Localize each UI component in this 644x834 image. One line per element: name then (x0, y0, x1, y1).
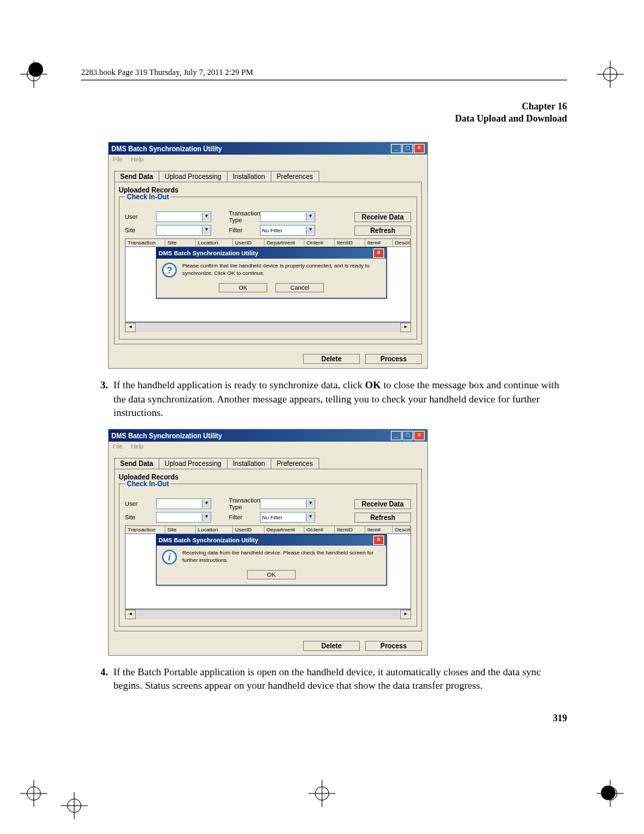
tab-preferences[interactable]: Preferences (271, 171, 319, 182)
info-icon: i (162, 550, 177, 565)
close-icon[interactable]: × (414, 431, 425, 440)
col-itemid[interactable]: ItemID (335, 239, 365, 246)
col-department[interactable]: Department (265, 526, 304, 533)
chevron-down-icon: ▾ (306, 513, 315, 521)
user-label: User (125, 213, 152, 220)
transaction-type-dropdown[interactable]: ▾ (260, 211, 315, 222)
chevron-down-icon: ▾ (202, 500, 211, 508)
table-body: DMS Batch Synchronization Utility × i Re… (125, 534, 411, 609)
col-userid[interactable]: UserID (233, 526, 265, 533)
ok-button[interactable]: OK (219, 283, 267, 292)
minimize-icon[interactable]: _ (391, 431, 402, 440)
crop-mark-icon (61, 792, 88, 819)
dialog-text: Receiving data from the handheld device.… (182, 550, 381, 565)
dialog-text: Please confirm that the handheld device … (182, 263, 381, 278)
table-header: Transaction Site Location UserID Departm… (125, 525, 411, 534)
tab-send-data[interactable]: Send Data (114, 171, 159, 182)
step-number: 4. (81, 665, 113, 693)
filter-dropdown[interactable]: No Filter▾ (260, 225, 315, 236)
cancel-button[interactable]: Cancel (275, 283, 324, 292)
dialog-titlebar: DMS Batch Synchronization Utility × (157, 248, 386, 259)
step-3: 3. If the handheld application is ready … (81, 378, 567, 419)
filter-label: Filter (229, 514, 256, 521)
crop-mark-icon (308, 780, 336, 807)
step-text: If the Batch Portable application is ope… (113, 665, 567, 693)
col-transaction[interactable]: Transaction (126, 239, 165, 246)
scroll-right-icon[interactable]: ▸ (400, 610, 411, 619)
tab-preferences[interactable]: Preferences (271, 458, 319, 469)
menubar: File Help (109, 442, 427, 451)
scroll-left-icon[interactable]: ◂ (125, 610, 136, 619)
col-order[interactable]: Order# (304, 239, 335, 246)
col-descrip[interactable]: Descrip (393, 526, 410, 533)
window-titlebar: DMS Batch Synchronization Utility _ □ × (109, 429, 427, 442)
maximize-icon[interactable]: □ (402, 431, 413, 440)
scroll-left-icon[interactable]: ◂ (125, 323, 136, 332)
process-button[interactable]: Process (365, 354, 422, 364)
window-title: DMS Batch Synchronization Utility (111, 432, 222, 440)
chevron-down-icon: ▾ (202, 226, 211, 234)
col-department[interactable]: Department (265, 239, 304, 246)
menu-help[interactable]: Help (131, 156, 144, 163)
window-titlebar: DMS Batch Synchronization Utility _ □ × (109, 142, 427, 155)
chevron-down-icon: ▾ (306, 213, 315, 221)
info-dialog: DMS Batch Synchronization Utility × i Re… (156, 534, 387, 585)
receive-data-button[interactable]: Receive Data (354, 499, 411, 509)
close-icon[interactable]: × (373, 249, 384, 258)
tab-installation[interactable]: Installation (227, 458, 271, 469)
close-icon[interactable]: × (414, 144, 425, 153)
user-dropdown[interactable]: ▾ (156, 498, 211, 509)
refresh-button[interactable]: Refresh (354, 226, 411, 236)
col-userid[interactable]: UserID (233, 239, 265, 246)
horizontal-scrollbar[interactable]: ◂ ▸ (125, 609, 411, 619)
col-itemid[interactable]: ItemID (335, 526, 365, 533)
chapter-title: Data Upload and Download (81, 113, 567, 125)
refresh-button[interactable]: Refresh (354, 513, 411, 523)
menu-help[interactable]: Help (131, 443, 144, 450)
maximize-icon[interactable]: □ (402, 144, 413, 153)
transaction-type-dropdown[interactable]: ▾ (260, 498, 315, 509)
minimize-icon[interactable]: _ (391, 144, 402, 153)
col-site[interactable]: Site (165, 239, 196, 246)
fieldset-legend: Check In-Out (125, 193, 171, 201)
site-label: Site (125, 514, 152, 521)
filter-dropdown[interactable]: No Filter▾ (260, 512, 315, 523)
menu-file[interactable]: File (113, 156, 123, 163)
site-dropdown[interactable]: ▾ (156, 512, 211, 523)
step-number: 3. (81, 378, 113, 419)
user-dropdown[interactable]: ▾ (156, 211, 211, 222)
filter-value: No Filter (261, 515, 306, 521)
tab-upload-processing[interactable]: Upload Processing (159, 171, 227, 182)
site-label: Site (125, 227, 152, 234)
transaction-type-label: Transaction Type (229, 210, 256, 224)
tab-send-data[interactable]: Send Data (114, 458, 159, 469)
delete-button[interactable]: Delete (303, 641, 360, 651)
page-number: 319 (81, 713, 567, 724)
screenshot-1: DMS Batch Synchronization Utility _ □ × … (108, 142, 428, 369)
delete-button[interactable]: Delete (303, 354, 360, 364)
ok-button[interactable]: OK (247, 570, 296, 579)
tab-installation[interactable]: Installation (227, 171, 271, 182)
confirm-dialog: DMS Batch Synchronization Utility × ? Pl… (156, 247, 387, 298)
col-location[interactable]: Location (196, 526, 233, 533)
crop-mark-icon (20, 780, 47, 807)
col-itemnum[interactable]: Item# (365, 239, 393, 246)
col-location[interactable]: Location (196, 239, 233, 246)
horizontal-scrollbar[interactable]: ◂ ▸ (125, 322, 411, 332)
col-order[interactable]: Order# (304, 526, 335, 533)
tab-upload-processing[interactable]: Upload Processing (159, 458, 227, 469)
dialog-title: DMS Batch Synchronization Utility (159, 250, 259, 257)
scroll-right-icon[interactable]: ▸ (400, 323, 411, 332)
dialog-title: DMS Batch Synchronization Utility (159, 537, 259, 544)
site-dropdown[interactable]: ▾ (156, 225, 211, 236)
col-site[interactable]: Site (165, 526, 196, 533)
receive-data-button[interactable]: Receive Data (354, 212, 411, 222)
registration-dot-icon (27, 61, 45, 78)
col-itemnum[interactable]: Item# (365, 526, 393, 533)
col-transaction[interactable]: Transaction (126, 526, 165, 533)
col-descrip[interactable]: Descrip (393, 239, 410, 246)
close-icon[interactable]: × (373, 536, 384, 545)
menu-file[interactable]: File (113, 443, 123, 450)
chevron-down-icon: ▾ (202, 513, 211, 521)
process-button[interactable]: Process (365, 641, 422, 651)
